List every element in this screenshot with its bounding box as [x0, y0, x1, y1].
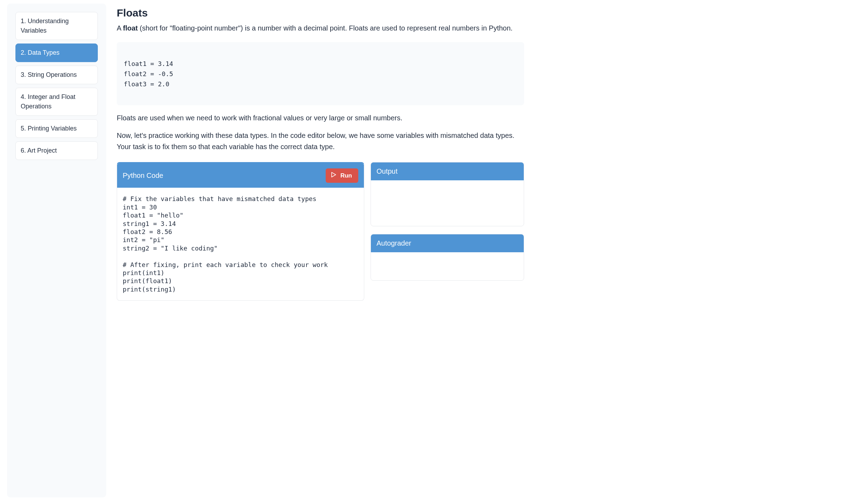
svg-marker-0 [332, 173, 336, 177]
editor-code[interactable]: # Fix the variables that have mismatched… [123, 195, 358, 293]
autograder-panel-title: Autograder [371, 234, 524, 252]
lesson-sidebar: 1. Understanding Variables 2. Data Types… [7, 4, 106, 497]
sidebar-item-art-project[interactable]: 6. Art Project [15, 141, 98, 160]
paragraph-floats-usage: Floats are used when we need to work wit… [117, 112, 524, 123]
autograder-panel: Autograder [371, 234, 524, 281]
output-panel-body [371, 180, 524, 226]
code-editor-panel: Python Code Run # Fix the variables that… [117, 162, 364, 301]
sidebar-item-understanding-variables[interactable]: 1. Understanding Variables [15, 12, 98, 40]
intro-suffix: (short for "floating-point number") is a… [138, 24, 513, 32]
intro-paragraph: A float (short for "floating-point numbe… [117, 22, 524, 34]
editor-title: Python Code [123, 172, 163, 180]
run-button-label: Run [340, 172, 352, 179]
intro-prefix: A [117, 24, 123, 32]
sidebar-item-string-operations[interactable]: 3. String Operations [15, 66, 98, 84]
example-code: float1 = 3.14 float2 = -0.5 float3 = 2.0 [124, 59, 517, 89]
lesson-content: Floats A float (short for "floating-poin… [113, 0, 534, 501]
example-code-block: float1 = 3.14 float2 = -0.5 float3 = 2.0 [117, 42, 524, 105]
play-icon [330, 171, 337, 180]
output-panel-title: Output [371, 162, 524, 180]
sidebar-item-printing-variables[interactable]: 5. Printing Variables [15, 119, 98, 138]
sidebar-item-integer-float-operations[interactable]: 4. Integer and Float Operations [15, 88, 98, 116]
sidebar-item-data-types[interactable]: 2. Data Types [15, 44, 98, 62]
workspace: Python Code Run # Fix the variables that… [117, 162, 524, 301]
editor-header: Python Code Run [117, 163, 364, 188]
section-heading: Floats [117, 7, 524, 19]
run-button[interactable]: Run [326, 168, 358, 183]
output-panel: Output [371, 162, 524, 226]
side-panels: Output Autograder [371, 162, 524, 281]
intro-bold: float [123, 24, 138, 32]
editor-body[interactable]: # Fix the variables that have mismatched… [117, 188, 364, 300]
autograder-panel-body [371, 252, 524, 280]
paragraph-practice-instructions: Now, let's practice working with these d… [117, 130, 524, 152]
